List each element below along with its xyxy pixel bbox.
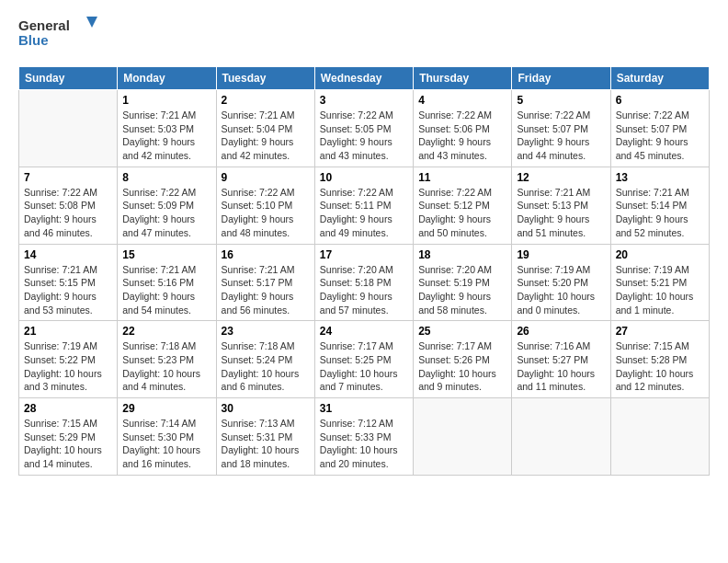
day-info: Sunrise: 7:20 AMSunset: 5:18 PMDaylight:… bbox=[320, 263, 408, 317]
calendar-cell bbox=[414, 398, 512, 476]
day-number: 6 bbox=[616, 94, 704, 107]
day-number: 28 bbox=[24, 402, 112, 415]
day-info: Sunrise: 7:22 AMSunset: 5:06 PMDaylight:… bbox=[418, 109, 506, 163]
day-number: 26 bbox=[517, 325, 605, 338]
col-header-sunday: Sunday bbox=[19, 67, 118, 90]
col-header-thursday: Thursday bbox=[414, 67, 512, 90]
day-info: Sunrise: 7:16 AMSunset: 5:27 PMDaylight:… bbox=[517, 339, 605, 394]
calendar-cell: 27Sunrise: 7:15 AMSunset: 5:28 PMDayligh… bbox=[610, 321, 709, 398]
day-info: Sunrise: 7:21 AMSunset: 5:03 PMDaylight:… bbox=[122, 109, 210, 163]
svg-text:Blue: Blue bbox=[18, 32, 49, 48]
day-info: Sunrise: 7:17 AMSunset: 5:25 PMDaylight:… bbox=[320, 339, 408, 394]
day-number: 5 bbox=[517, 94, 605, 107]
day-info: Sunrise: 7:22 AMSunset: 5:05 PMDaylight:… bbox=[320, 109, 408, 163]
logo: General Blue bbox=[18, 15, 101, 57]
day-number: 2 bbox=[222, 94, 310, 107]
col-header-monday: Monday bbox=[118, 67, 216, 90]
day-info: Sunrise: 7:22 AMSunset: 5:08 PMDaylight:… bbox=[24, 186, 112, 240]
day-number: 22 bbox=[122, 325, 210, 338]
calendar-cell: 1Sunrise: 7:21 AMSunset: 5:03 PMDaylight… bbox=[118, 90, 216, 167]
day-number: 8 bbox=[122, 171, 210, 184]
calendar-cell: 16Sunrise: 7:21 AMSunset: 5:17 PMDayligh… bbox=[216, 244, 314, 321]
day-number: 1 bbox=[122, 94, 210, 107]
day-info: Sunrise: 7:22 AMSunset: 5:12 PMDaylight:… bbox=[418, 186, 506, 240]
calendar-cell: 19Sunrise: 7:19 AMSunset: 5:20 PMDayligh… bbox=[512, 244, 610, 321]
day-number: 11 bbox=[418, 171, 506, 184]
calendar-cell: 4Sunrise: 7:22 AMSunset: 5:06 PMDaylight… bbox=[414, 90, 512, 167]
day-info: Sunrise: 7:15 AMSunset: 5:28 PMDaylight:… bbox=[616, 339, 704, 394]
day-number: 17 bbox=[320, 248, 408, 261]
calendar-cell: 21Sunrise: 7:19 AMSunset: 5:22 PMDayligh… bbox=[19, 321, 118, 398]
calendar-cell: 24Sunrise: 7:17 AMSunset: 5:25 PMDayligh… bbox=[314, 321, 413, 398]
col-header-friday: Friday bbox=[512, 67, 610, 90]
day-number: 10 bbox=[320, 171, 408, 184]
day-info: Sunrise: 7:14 AMSunset: 5:30 PMDaylight:… bbox=[122, 417, 210, 471]
day-info: Sunrise: 7:12 AMSunset: 5:33 PMDaylight:… bbox=[320, 417, 408, 471]
logo-graphic: General Blue bbox=[18, 15, 101, 57]
day-info: Sunrise: 7:22 AMSunset: 5:07 PMDaylight:… bbox=[517, 109, 605, 163]
calendar-cell: 17Sunrise: 7:20 AMSunset: 5:18 PMDayligh… bbox=[314, 244, 413, 321]
calendar-cell: 20Sunrise: 7:19 AMSunset: 5:21 PMDayligh… bbox=[610, 244, 709, 321]
day-info: Sunrise: 7:19 AMSunset: 5:20 PMDaylight:… bbox=[517, 263, 605, 317]
day-number: 7 bbox=[24, 171, 112, 184]
day-number: 21 bbox=[24, 325, 112, 338]
calendar-cell: 25Sunrise: 7:17 AMSunset: 5:26 PMDayligh… bbox=[414, 321, 512, 398]
calendar-cell: 7Sunrise: 7:22 AMSunset: 5:08 PMDaylight… bbox=[19, 167, 118, 244]
day-number: 12 bbox=[517, 171, 605, 184]
day-number: 18 bbox=[418, 248, 506, 261]
calendar-cell bbox=[610, 398, 709, 476]
calendar-week-row: 1Sunrise: 7:21 AMSunset: 5:03 PMDaylight… bbox=[19, 90, 710, 167]
calendar-cell: 12Sunrise: 7:21 AMSunset: 5:13 PMDayligh… bbox=[512, 167, 610, 244]
calendar-cell bbox=[512, 398, 610, 476]
svg-text:General: General bbox=[18, 17, 70, 33]
day-info: Sunrise: 7:21 AMSunset: 5:04 PMDaylight:… bbox=[222, 109, 310, 163]
day-info: Sunrise: 7:21 AMSunset: 5:16 PMDaylight:… bbox=[122, 263, 210, 317]
calendar-cell: 13Sunrise: 7:21 AMSunset: 5:14 PMDayligh… bbox=[610, 167, 709, 244]
day-info: Sunrise: 7:19 AMSunset: 5:22 PMDaylight:… bbox=[24, 339, 112, 394]
day-info: Sunrise: 7:22 AMSunset: 5:09 PMDaylight:… bbox=[122, 186, 210, 240]
calendar-week-row: 14Sunrise: 7:21 AMSunset: 5:15 PMDayligh… bbox=[19, 244, 710, 321]
day-number: 13 bbox=[616, 171, 704, 184]
day-info: Sunrise: 7:15 AMSunset: 5:29 PMDaylight:… bbox=[24, 417, 112, 471]
day-info: Sunrise: 7:21 AMSunset: 5:15 PMDaylight:… bbox=[24, 263, 112, 317]
calendar-week-row: 28Sunrise: 7:15 AMSunset: 5:29 PMDayligh… bbox=[19, 398, 710, 476]
calendar-header-row: SundayMondayTuesdayWednesdayThursdayFrid… bbox=[19, 67, 710, 90]
calendar-cell: 28Sunrise: 7:15 AMSunset: 5:29 PMDayligh… bbox=[19, 398, 118, 476]
calendar-cell: 3Sunrise: 7:22 AMSunset: 5:05 PMDaylight… bbox=[314, 90, 413, 167]
day-number: 20 bbox=[616, 248, 704, 261]
calendar-cell: 30Sunrise: 7:13 AMSunset: 5:31 PMDayligh… bbox=[216, 398, 314, 476]
page-header: General Blue bbox=[18, 15, 710, 57]
day-number: 24 bbox=[320, 325, 408, 338]
day-info: Sunrise: 7:21 AMSunset: 5:17 PMDaylight:… bbox=[222, 263, 310, 317]
day-number: 14 bbox=[24, 248, 112, 261]
day-number: 19 bbox=[517, 248, 605, 261]
day-number: 25 bbox=[418, 325, 506, 338]
day-info: Sunrise: 7:18 AMSunset: 5:24 PMDaylight:… bbox=[222, 339, 310, 394]
day-number: 30 bbox=[222, 402, 310, 415]
day-info: Sunrise: 7:21 AMSunset: 5:14 PMDaylight:… bbox=[616, 186, 704, 240]
page-container: General Blue SundayMondayTuesdayWednesda… bbox=[0, 0, 728, 485]
col-header-tuesday: Tuesday bbox=[216, 67, 314, 90]
day-info: Sunrise: 7:22 AMSunset: 5:11 PMDaylight:… bbox=[320, 186, 408, 240]
day-info: Sunrise: 7:13 AMSunset: 5:31 PMDaylight:… bbox=[222, 417, 310, 471]
calendar-cell: 9Sunrise: 7:22 AMSunset: 5:10 PMDaylight… bbox=[216, 167, 314, 244]
calendar-cell: 22Sunrise: 7:18 AMSunset: 5:23 PMDayligh… bbox=[118, 321, 216, 398]
day-info: Sunrise: 7:19 AMSunset: 5:21 PMDaylight:… bbox=[616, 263, 704, 317]
day-number: 27 bbox=[616, 325, 704, 338]
calendar-week-row: 21Sunrise: 7:19 AMSunset: 5:22 PMDayligh… bbox=[19, 321, 710, 398]
calendar-cell: 10Sunrise: 7:22 AMSunset: 5:11 PMDayligh… bbox=[314, 167, 413, 244]
day-number: 23 bbox=[222, 325, 310, 338]
day-info: Sunrise: 7:22 AMSunset: 5:10 PMDaylight:… bbox=[222, 186, 310, 240]
day-info: Sunrise: 7:17 AMSunset: 5:26 PMDaylight:… bbox=[418, 339, 506, 394]
calendar-week-row: 7Sunrise: 7:22 AMSunset: 5:08 PMDaylight… bbox=[19, 167, 710, 244]
calendar-cell: 31Sunrise: 7:12 AMSunset: 5:33 PMDayligh… bbox=[314, 398, 413, 476]
day-info: Sunrise: 7:20 AMSunset: 5:19 PMDaylight:… bbox=[418, 263, 506, 317]
day-number: 4 bbox=[418, 94, 506, 107]
day-number: 29 bbox=[122, 402, 210, 415]
day-number: 3 bbox=[320, 94, 408, 107]
svg-marker-2 bbox=[86, 17, 97, 28]
calendar-cell: 26Sunrise: 7:16 AMSunset: 5:27 PMDayligh… bbox=[512, 321, 610, 398]
day-number: 15 bbox=[122, 248, 210, 261]
calendar-cell: 2Sunrise: 7:21 AMSunset: 5:04 PMDaylight… bbox=[216, 90, 314, 167]
calendar-cell: 29Sunrise: 7:14 AMSunset: 5:30 PMDayligh… bbox=[118, 398, 216, 476]
